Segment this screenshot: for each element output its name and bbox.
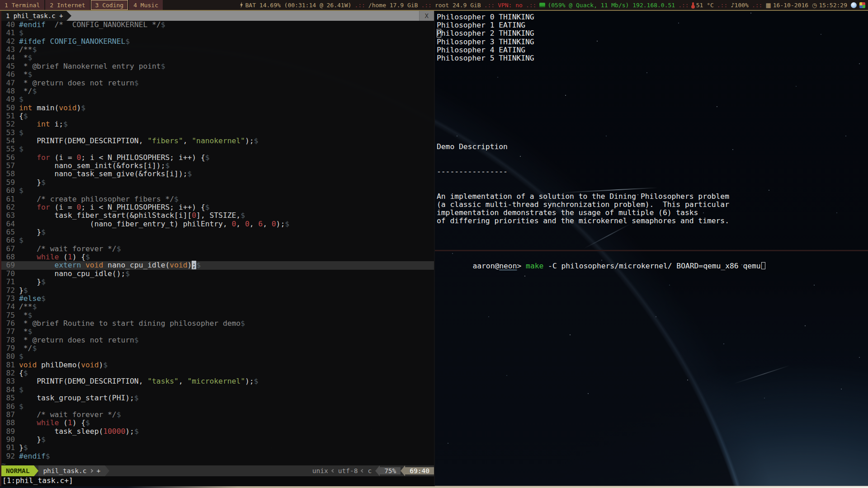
- code-line[interactable]: 86$: [1, 403, 434, 411]
- workspace-button-coding[interactable]: 3 Coding: [91, 0, 128, 10]
- code-line[interactable]: 48 */$: [1, 87, 434, 95]
- code-line[interactable]: 60$: [1, 187, 434, 195]
- code-line[interactable]: 57 nano_sem_init(&forks[i]);$: [1, 162, 434, 170]
- code-line[interactable]: 40#endif /* CONFIG_NANOKERNEL */$: [1, 21, 434, 29]
- code-line[interactable]: 84$: [1, 386, 434, 394]
- code-token: #endif: [19, 21, 46, 29]
- code-line[interactable]: 58 nano_task_sem_give(&forks[i]);$: [1, 170, 434, 178]
- code-line[interactable]: 42#ifdef CONFIG_NANOKERNEL$: [1, 38, 434, 46]
- code-line[interactable]: 80$: [1, 352, 434, 361]
- code-token: nano_cpu_idle(: [103, 261, 170, 269]
- code-line[interactable]: 90 }$: [1, 436, 434, 444]
- code-line[interactable]: 45 * @brief Nanokernel entry point$: [1, 62, 434, 70]
- code-line[interactable]: 91}$: [1, 444, 434, 452]
- tray-color-icon: [859, 2, 865, 8]
- line-number: 66: [1, 236, 15, 244]
- code-line[interactable]: 89 task_sleep(10000);$: [1, 427, 434, 436]
- code-line[interactable]: 73#else$: [1, 295, 434, 303]
- line-number: 49: [1, 95, 15, 103]
- code-token: }: [19, 228, 41, 236]
- code-line[interactable]: 64 (nano_fiber_entry_t) philEntry, 0, 0,…: [1, 220, 434, 228]
- code-token: $: [19, 385, 24, 394]
- line-number: 59: [1, 178, 15, 187]
- code-line[interactable]: 62 for (i = 0; i < N_PHILOSOPHERS; i++) …: [1, 203, 434, 211]
- code-line[interactable]: 49$: [1, 95, 434, 103]
- workspace-button-music[interactable]: 4 Music: [129, 0, 163, 10]
- code-token: while: [37, 253, 59, 261]
- code-line[interactable]: 41$: [1, 29, 434, 37]
- code-line[interactable]: 83 PRINTF(DEMO_DESCRIPTION, "tasks", "mi…: [1, 377, 434, 385]
- code-line[interactable]: 70 nano_cpu_idle();$: [1, 270, 434, 278]
- code-token: (i =: [50, 153, 77, 162]
- code-line[interactable]: 88 while (1) {$: [1, 419, 434, 427]
- code-token: $: [24, 112, 28, 120]
- code-line[interactable]: 74/**$: [1, 303, 434, 311]
- code-line[interactable]: 51{$: [1, 112, 434, 120]
- code-line[interactable]: 53$: [1, 129, 434, 137]
- workspace-button-terminal[interactable]: 1 Terminal: [0, 0, 44, 10]
- code-line[interactable]: 87 /* wait forever */$: [1, 411, 434, 419]
- code-line[interactable]: 79 */$: [1, 344, 434, 352]
- code-token: $: [187, 169, 192, 178]
- code-token: {: [19, 369, 24, 377]
- code-line[interactable]: 50int main(void)$: [1, 104, 434, 112]
- workspace-button-internet[interactable]: 2 Internet: [45, 0, 90, 10]
- code-line[interactable]: 82{$: [1, 369, 434, 377]
- code-token: ; i < N_PHILOSOPHERS; i++) {: [81, 203, 205, 211]
- code-line[interactable]: 55$: [1, 145, 434, 153]
- prompt-args: -C philosophers/microkernel/ BOARD=qemu_…: [543, 262, 760, 270]
- vim-commandline[interactable]: [1:phil_task.c+]: [1, 476, 434, 486]
- separator: .::: [523, 2, 539, 9]
- line-number: 70: [1, 270, 15, 278]
- tab-phil-task[interactable]: 1 phil_task.c +: [1, 11, 66, 21]
- code-line[interactable]: 68 while (1) {$: [1, 253, 434, 261]
- line-number: 86: [1, 403, 15, 411]
- code-buffer[interactable]: 40#endif /* CONFIG_NANOKERNEL */$41$42#i…: [1, 21, 434, 465]
- line-number: 46: [1, 70, 15, 79]
- code-line[interactable]: 67 /* wait forever */$: [1, 245, 434, 253]
- code-line[interactable]: 61 /* create philosopher fibers */$: [1, 195, 434, 203]
- code-line[interactable]: 75 *$: [1, 311, 434, 319]
- code-line[interactable]: 76 * @brief Routine to start dining phil…: [1, 319, 434, 328]
- code-line[interactable]: 54 PRINTF(DEMO_DESCRIPTION, "fibers", "n…: [1, 137, 434, 145]
- code-token: $: [196, 261, 201, 269]
- code-line[interactable]: 81void philDemo(void)$: [1, 361, 434, 369]
- code-token: $: [19, 236, 24, 244]
- code-token: $: [161, 21, 165, 29]
- line-number: 56: [1, 154, 15, 162]
- shell-pane[interactable]: aaron@neon> make -C philosophers/microke…: [435, 251, 868, 486]
- code-token: $: [134, 427, 139, 436]
- line-number: 51: [1, 112, 15, 120]
- code-token: [19, 120, 37, 128]
- code-line[interactable]: 77 *$: [1, 328, 434, 336]
- code-line[interactable]: 43/**$: [1, 46, 434, 54]
- code-token: (: [59, 418, 68, 427]
- code-line[interactable]: 71 }$: [1, 278, 434, 286]
- cursor-block: ;: [192, 261, 196, 269]
- code-line[interactable]: 44 *$: [1, 54, 434, 62]
- code-token: $: [241, 319, 245, 328]
- tab-close-button[interactable]: X: [419, 11, 434, 21]
- code-line[interactable]: 85 task_group_start(PHI);$: [1, 394, 434, 402]
- code-line[interactable]: 59 }$: [1, 178, 434, 187]
- code-line[interactable]: 56 for (i = 0; i < N_PHILOSOPHERS; i++) …: [1, 154, 434, 162]
- vim-editor-pane[interactable]: 1 phil_task.c + X 40#endif /* CONFIG_NAN…: [0, 11, 434, 486]
- code-line[interactable]: 69 extern void nano_cpu_idle(void);$: [1, 261, 434, 269]
- code-token: [19, 418, 37, 427]
- code-line[interactable]: 66$: [1, 236, 434, 244]
- code-line[interactable]: 63 task_fiber_start(&philStack[i][0], ST…: [1, 211, 434, 220]
- code-token: $: [41, 228, 46, 236]
- code-line[interactable]: 52 int i;$: [1, 120, 434, 128]
- code-line[interactable]: 78 * @return does not return$: [1, 336, 434, 344]
- separator: .::: [749, 2, 765, 9]
- code-line[interactable]: 47 * @return does not return$: [1, 79, 434, 87]
- code-token: void: [19, 361, 37, 369]
- code-token: $: [85, 418, 90, 427]
- code-line[interactable]: 92#endif$: [1, 452, 434, 460]
- code-line[interactable]: 46 *$: [1, 70, 434, 79]
- shell-prompt[interactable]: aaron@neon> make -C philosophers/microke…: [437, 254, 765, 279]
- code-line[interactable]: 72}$: [1, 286, 434, 295]
- code-token: "tasks": [147, 377, 179, 385]
- qemu-console-pane[interactable]: Philosopher 0 THINKINGPhilosopher 1 EATI…: [435, 11, 868, 250]
- code-line[interactable]: 65 }$: [1, 228, 434, 236]
